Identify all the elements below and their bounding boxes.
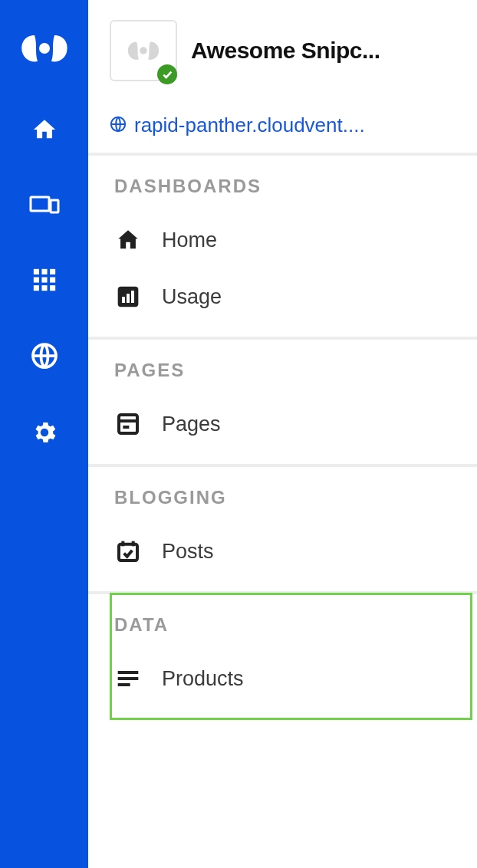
globe-icon <box>110 116 127 136</box>
brand-logo-icon <box>18 29 71 71</box>
site-title[interactable]: Awesome Snipc... <box>191 38 380 64</box>
svg-rect-1 <box>31 197 49 211</box>
nav-item-label: Posts <box>162 540 214 564</box>
nav-item-label: Usage <box>162 285 222 309</box>
svg-rect-5 <box>50 269 55 275</box>
list-icon <box>114 665 142 692</box>
calendar-check-icon <box>114 538 142 565</box>
svg-rect-4 <box>41 269 47 275</box>
rail-settings-gear-icon[interactable] <box>31 419 58 449</box>
section-blogging: BLOGGING Posts <box>88 467 477 594</box>
nav-item-label: Pages <box>162 413 221 436</box>
svg-rect-7 <box>41 277 47 282</box>
status-check-icon <box>157 64 177 84</box>
section-title: DATA <box>114 614 477 636</box>
rail-devices-icon[interactable] <box>29 192 60 221</box>
section-title: PAGES <box>114 360 477 381</box>
nav-item-label: Products <box>162 667 244 691</box>
section-dashboards: DASHBOARDS Home Usage <box>88 156 477 340</box>
page-icon <box>114 410 142 438</box>
chart-icon <box>114 283 142 311</box>
section-title: DASHBOARDS <box>114 176 477 197</box>
section-pages: PAGES Pages <box>88 340 477 467</box>
svg-rect-8 <box>50 277 55 282</box>
nav-item-products[interactable]: Products <box>114 657 477 700</box>
icon-rail <box>0 0 88 868</box>
svg-rect-9 <box>33 285 38 291</box>
svg-rect-11 <box>50 285 55 291</box>
rail-globe-icon[interactable] <box>31 342 58 373</box>
svg-rect-6 <box>33 277 38 282</box>
home-icon <box>114 226 142 254</box>
section-data: DATA Products <box>88 594 477 718</box>
svg-point-0 <box>39 43 50 54</box>
svg-rect-16 <box>122 297 125 303</box>
nav-item-posts[interactable]: Posts <box>114 530 477 573</box>
svg-rect-2 <box>51 200 58 212</box>
nav-sections: DASHBOARDS Home Usage PAGES Pages <box>88 153 477 718</box>
site-thumbnail[interactable] <box>110 20 177 81</box>
nav-item-home[interactable]: Home <box>114 219 477 261</box>
section-title: BLOGGING <box>114 487 477 508</box>
rail-apps-grid-icon[interactable] <box>31 267 58 296</box>
svg-point-13 <box>140 47 147 54</box>
sidebar-panel: Awesome Snipc... rapid-panther.cloudvent… <box>88 0 477 868</box>
svg-rect-17 <box>127 294 130 303</box>
svg-rect-19 <box>119 415 137 433</box>
thumbnail-logo-icon <box>125 38 162 64</box>
svg-rect-10 <box>41 285 47 291</box>
rail-home-icon[interactable] <box>31 117 58 146</box>
svg-rect-3 <box>33 269 38 275</box>
nav-item-label: Home <box>162 229 217 252</box>
nav-item-pages[interactable]: Pages <box>114 403 477 446</box>
site-url-link[interactable]: rapid-panther.cloudvent.... <box>134 113 365 137</box>
nav-item-usage[interactable]: Usage <box>114 275 477 318</box>
site-header: Awesome Snipc... rapid-panther.cloudvent… <box>88 0 477 153</box>
svg-rect-18 <box>131 291 134 303</box>
svg-rect-22 <box>119 544 137 561</box>
